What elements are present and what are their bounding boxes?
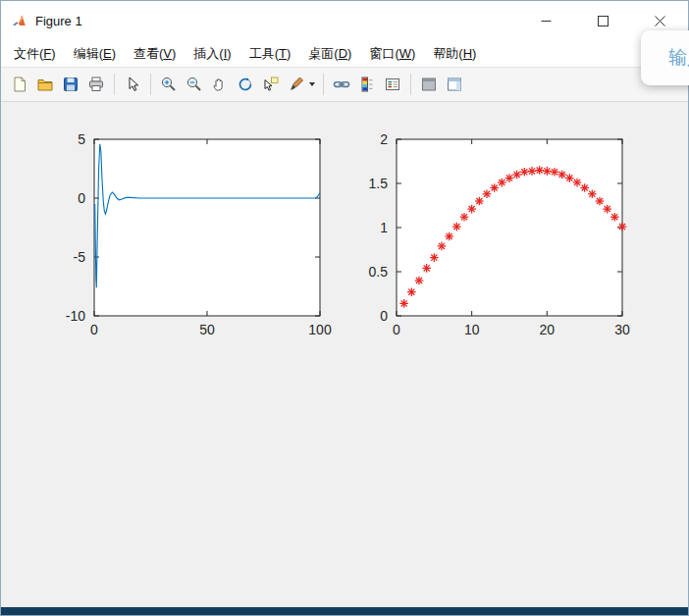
svg-text:1.5: 1.5 [369, 176, 389, 191]
figure-toolbar [1, 68, 688, 102]
menu-edit-mnemonic: E [103, 46, 112, 61]
brush-data-icon [288, 76, 305, 93]
menu-tools-mnemonic: T [279, 46, 287, 61]
insert-legend-icon [384, 76, 401, 93]
zoom-out-button[interactable] [182, 72, 207, 97]
show-plot-tools-icon [446, 76, 463, 93]
data-cursor-icon [262, 76, 280, 93]
menu-tools[interactable]: 工具(T) [240, 41, 300, 67]
rotate-3d-icon [237, 76, 254, 93]
open-file-icon [36, 76, 54, 93]
data-cursor-button[interactable] [258, 72, 284, 97]
hide-plot-tools-button[interactable] [416, 72, 442, 97]
svg-text:10: 10 [464, 322, 480, 337]
svg-text:0: 0 [393, 322, 400, 337]
link-plot-icon [333, 76, 350, 93]
brush-data-button[interactable] [284, 72, 309, 97]
menu-window-label: 窗口( [369, 46, 398, 61]
svg-text:30: 30 [614, 322, 630, 337]
menu-help-label: 帮助( [433, 46, 462, 61]
menu-tools-label: 工具( [249, 46, 279, 61]
edit-plot-button[interactable] [120, 72, 145, 97]
save-figure-icon [62, 76, 80, 93]
zoom-in-button[interactable] [156, 72, 182, 97]
insert-legend-button[interactable] [380, 72, 405, 97]
svg-text:0: 0 [90, 322, 98, 337]
menu-file-label: 文件( [14, 46, 43, 61]
svg-text:20: 20 [540, 322, 556, 337]
svg-text:100: 100 [308, 322, 332, 337]
toolbar-separator [323, 74, 324, 95]
menu-help-mnemonic: H [463, 46, 472, 61]
svg-text:5: 5 [78, 131, 85, 147]
menu-help[interactable]: 帮助(H) [424, 41, 485, 67]
svg-text:0.5: 0.5 [369, 264, 389, 280]
minimize-icon [541, 16, 552, 26]
minimize-button[interactable] [517, 1, 574, 40]
menu-window[interactable]: 窗口(W) [360, 41, 424, 67]
print-figure-icon [87, 76, 105, 93]
menu-desktop-mnemonic: D [339, 46, 347, 61]
link-plot-button[interactable] [329, 72, 354, 97]
svg-text:50: 50 [199, 322, 215, 337]
show-plot-tools-button[interactable] [442, 72, 467, 97]
menu-edit-label: 编辑( [74, 46, 103, 61]
menu-view[interactable]: 查看(V) [125, 41, 185, 67]
zoom-in-icon [160, 76, 178, 93]
svg-text:0: 0 [380, 308, 388, 324]
print-figure-button[interactable] [83, 72, 109, 97]
menu-window-mnemonic: W [399, 46, 411, 61]
ime-popup-text: 输入 [668, 45, 689, 71]
toolbar-separator [114, 74, 115, 95]
right-axes-scatter-plot: 010203000.511.52 [343, 128, 647, 353]
pan-button[interactable] [207, 72, 233, 97]
save-figure-button[interactable] [58, 72, 83, 97]
menu-desktop-label: 桌面( [308, 46, 338, 61]
svg-text:-10: -10 [66, 308, 85, 324]
menu-desktop[interactable]: 桌面(D) [299, 41, 360, 67]
menu-bar: 文件(F) 编辑(E) 查看(V) 插入(I) 工具(T) 桌面(D) 窗口(W… [1, 40, 688, 68]
menu-insert-label: 插入( [193, 46, 223, 61]
left-axes-line-plot: 050100-10-505 [40, 128, 344, 353]
svg-text:1: 1 [380, 220, 388, 235]
maximize-button[interactable] [574, 1, 631, 40]
figure-window: Figure 1 文件(F) 编辑(E) 查看(V) 插入(I) 工具(T) 桌… [0, 0, 689, 616]
new-figure-button[interactable] [7, 72, 32, 97]
matlab-logo-icon [12, 13, 28, 29]
zoom-out-icon [186, 76, 203, 93]
toolbar-separator [410, 74, 411, 95]
maximize-icon [598, 16, 609, 26]
new-figure-icon [11, 76, 28, 93]
edit-plot-icon [124, 76, 141, 93]
bottom-border [1, 607, 688, 615]
svg-text:2: 2 [380, 131, 388, 147]
svg-text:0: 0 [78, 190, 85, 206]
menu-file[interactable]: 文件(F) [5, 41, 65, 67]
menu-view-label: 查看( [133, 46, 163, 61]
titlebar: Figure 1 [1, 1, 688, 40]
figure-canvas: 050100-10-505 010203000.511.52 [1, 102, 688, 607]
brush-dropdown-arrow-icon[interactable] [309, 82, 315, 86]
window-title: Figure 1 [35, 14, 82, 28]
pan-icon [211, 76, 229, 93]
menu-insert[interactable]: 插入(I) [185, 41, 239, 67]
hide-plot-tools-icon [420, 76, 438, 93]
menu-view-mnemonic: V [163, 46, 172, 61]
rotate-3d-button[interactable] [233, 72, 258, 97]
ime-popup: 输入 [641, 30, 689, 85]
insert-colorbar-icon [358, 76, 376, 93]
toolbar-separator [150, 74, 151, 95]
open-file-button[interactable] [32, 72, 58, 97]
svg-text:-5: -5 [74, 249, 86, 265]
insert-colorbar-button[interactable] [354, 72, 380, 97]
menu-edit[interactable]: 编辑(E) [65, 41, 125, 67]
close-icon [655, 16, 665, 26]
